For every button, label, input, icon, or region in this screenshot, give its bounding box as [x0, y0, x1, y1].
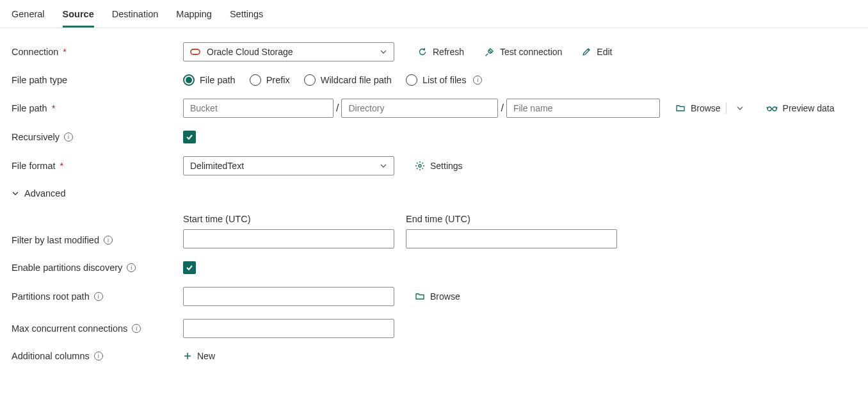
start-time-input-wrap [183, 229, 394, 248]
directory-input-wrap [341, 99, 498, 118]
check-icon [185, 263, 194, 272]
row-recursively: Recursively i [12, 131, 856, 143]
label-file-format: File format* [12, 161, 183, 171]
recursively-checkbox[interactable] [183, 131, 196, 143]
refresh-button[interactable]: Refresh [417, 47, 464, 57]
bucket-input[interactable] [190, 103, 326, 113]
row-connection: Connection* Oracle Cloud Storage [12, 42, 856, 61]
chevron-down-icon [380, 162, 387, 170]
required-mark: * [52, 103, 56, 113]
radio-prefix-label: Prefix [266, 75, 290, 85]
connection-dropdown[interactable]: Oracle Cloud Storage [183, 42, 394, 61]
gear-icon [415, 161, 425, 171]
row-file-path: File path* / / Browse [12, 99, 856, 118]
label-filter: Filter by last modified i [12, 214, 183, 248]
label-file-path: File path* [12, 103, 183, 113]
info-icon[interactable]: i [94, 352, 103, 361]
label-recursively: Recursively i [12, 132, 183, 142]
end-time-input[interactable] [413, 234, 610, 244]
radio-wildcard-label: Wildcard file path [321, 75, 392, 85]
check-icon [185, 133, 194, 142]
row-file-path-type: File path type File path Prefix Wildcard… [12, 74, 856, 86]
max-concurrent-input-wrap [183, 319, 394, 338]
browse-file-button[interactable]: Browse [675, 103, 721, 113]
browse-partitions-button[interactable]: Browse [415, 291, 460, 302]
label-start-time: Start time (UTC) [183, 214, 394, 224]
row-max-concurrent: Max concurrent connections i [12, 319, 856, 338]
svg-point-1 [768, 107, 771, 111]
label-file-path-type: File path type [12, 75, 183, 85]
new-column-button[interactable]: New [183, 351, 215, 361]
label-max-concurrent: Max concurrent connections i [12, 323, 183, 334]
partitions-root-input-wrap [183, 287, 394, 306]
tab-settings[interactable]: Settings [230, 5, 263, 28]
info-icon[interactable]: i [104, 236, 113, 245]
bucket-input-wrap [183, 99, 334, 118]
file-format-dropdown[interactable]: DelimitedText [183, 156, 394, 175]
tab-general[interactable]: General [12, 5, 45, 28]
label-enable-partitions: Enable partitions discovery i [12, 263, 183, 273]
radio-wildcard[interactable]: Wildcard file path [304, 74, 392, 86]
chevron-down-icon [12, 190, 19, 197]
start-time-input[interactable] [190, 234, 387, 244]
radio-file-path-label: File path [200, 75, 236, 85]
refresh-label: Refresh [433, 47, 464, 57]
preview-data-button[interactable]: Preview data [766, 103, 835, 113]
label-end-time: End time (UTC) [406, 214, 617, 224]
plug-icon [485, 47, 495, 57]
filename-input-wrap [506, 99, 660, 118]
label-additional-columns: Additional columns i [12, 351, 183, 361]
label-partitions-root: Partitions root path i [12, 291, 183, 302]
folder-icon [415, 291, 425, 302]
tab-mapping[interactable]: Mapping [176, 5, 212, 28]
preview-data-label: Preview data [783, 103, 835, 113]
info-icon[interactable]: i [127, 263, 136, 272]
edit-button[interactable]: Edit [581, 47, 612, 57]
radio-list-label: List of files [422, 75, 467, 85]
partitions-checkbox[interactable] [183, 261, 196, 274]
path-separator: / [501, 102, 503, 114]
required-mark: * [63, 47, 67, 57]
filename-input[interactable] [513, 103, 653, 113]
test-connection-button[interactable]: Test connection [485, 47, 562, 57]
radio-file-path[interactable]: File path [183, 74, 236, 86]
radio-prefix[interactable]: Prefix [250, 74, 290, 86]
partitions-root-input[interactable] [190, 291, 387, 302]
row-filter-by-last-modified: Filter by last modified i Start time (UT… [12, 214, 856, 248]
form-body: Connection* Oracle Cloud Storage [0, 28, 868, 388]
file-format-value: DelimitedText [190, 161, 244, 171]
info-icon[interactable]: i [64, 133, 73, 142]
svg-rect-0 [191, 49, 200, 54]
oracle-icon [190, 49, 200, 55]
info-icon[interactable]: i [132, 324, 141, 333]
test-connection-label: Test connection [500, 47, 562, 57]
format-settings-label: Settings [430, 161, 463, 171]
advanced-toggle[interactable]: Advanced [12, 188, 66, 199]
browse-partitions-label: Browse [430, 291, 460, 302]
format-settings-button[interactable]: Settings [415, 161, 463, 171]
radio-list-of-files[interactable]: List of files i [406, 74, 483, 86]
browse-file-label: Browse [691, 103, 721, 113]
tabs-bar: General Source Destination Mapping Setti… [0, 0, 868, 28]
chevron-down-icon [380, 48, 387, 56]
row-file-format: File format* DelimitedText Settings [12, 156, 856, 175]
divider [726, 102, 727, 114]
row-partitions-root: Partitions root path i Browse [12, 287, 856, 306]
folder-icon [675, 103, 686, 113]
directory-input[interactable] [348, 103, 491, 113]
info-icon[interactable]: i [94, 292, 103, 301]
new-column-label: New [197, 351, 215, 361]
connection-value: Oracle Cloud Storage [207, 47, 293, 57]
info-icon[interactable]: i [473, 76, 482, 85]
path-separator: / [336, 102, 339, 114]
glasses-icon [766, 104, 778, 112]
svg-point-2 [773, 107, 776, 111]
tab-destination[interactable]: Destination [112, 5, 159, 28]
pencil-icon [581, 47, 591, 57]
max-concurrent-input[interactable] [190, 323, 387, 334]
tab-source[interactable]: Source [63, 5, 94, 28]
svg-point-3 [419, 165, 421, 167]
browse-chevron[interactable] [732, 100, 748, 117]
refresh-icon [417, 47, 428, 57]
advanced-label: Advanced [24, 188, 66, 199]
